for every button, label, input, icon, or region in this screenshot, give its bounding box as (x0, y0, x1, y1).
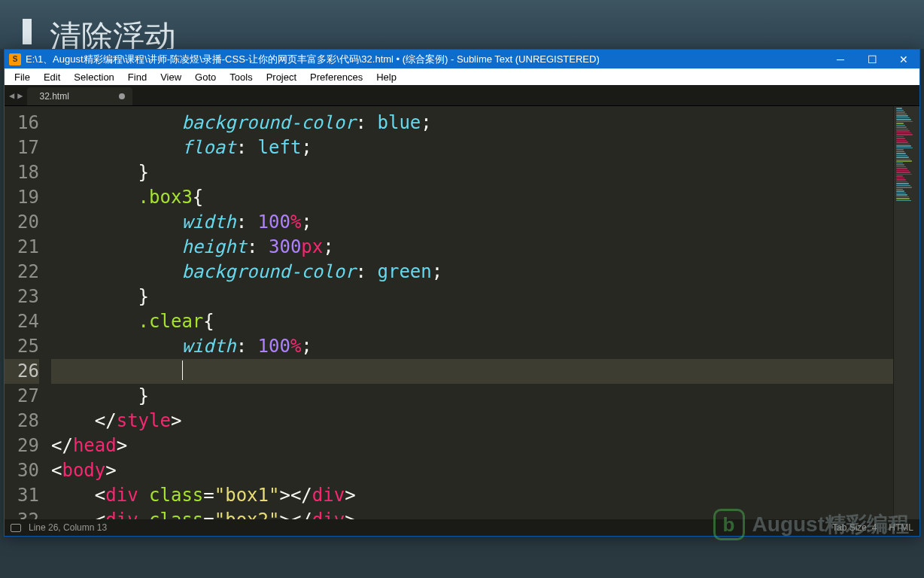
arrow-right-icon[interactable]: ▶ (17, 90, 23, 101)
code-line[interactable]: .box3{ (51, 185, 893, 210)
window-title: E:\1、August精彩编程\课程\讲师-陈凌煜\录播-CSS-让你的网页丰富… (26, 53, 825, 66)
code-line[interactable]: height: 300px; (51, 235, 893, 260)
watermark-logo-icon: b (713, 509, 745, 540)
code-line[interactable]: } (51, 384, 893, 409)
line-number: 19 (5, 185, 39, 210)
line-number: 29 (5, 434, 39, 458)
menu-view[interactable]: View (153, 70, 188, 84)
unsaved-indicator-icon (119, 93, 125, 99)
code-line[interactable]: } (51, 160, 893, 185)
app-icon: S (9, 53, 21, 65)
tab-label: 32.html (39, 91, 68, 102)
line-number: 16 (5, 111, 39, 135)
menu-find[interactable]: Find (121, 70, 153, 84)
background-slide-title: 清除浮动 (0, 0, 924, 49)
code-line[interactable]: background-color: green; (51, 260, 893, 284)
sublime-text-window: S E:\1、August精彩编程\课程\讲师-陈凌煜\录播-CSS-让你的网页… (4, 49, 920, 537)
minimize-button[interactable]: ─ (825, 50, 856, 68)
tab-bar: ◀ ▶ 32.html (5, 85, 919, 106)
code-line[interactable]: width: 100%; (51, 210, 893, 235)
line-number: 28 (5, 409, 39, 434)
window-controls: ─ ☐ ✕ (825, 50, 919, 68)
slide-title-text: 清除浮动 (50, 19, 176, 49)
code-line[interactable]: background-color: blue; (51, 111, 893, 135)
code-line[interactable]: } (51, 284, 893, 309)
menu-preferences[interactable]: Preferences (303, 70, 369, 84)
code-line[interactable]: </style> (51, 409, 893, 434)
window-titlebar[interactable]: S E:\1、August精彩编程\课程\讲师-陈凌煜\录播-CSS-让你的网页… (5, 50, 919, 68)
code-line[interactable]: </head> (51, 434, 893, 458)
line-number: 22 (5, 260, 39, 284)
line-number: 26 (5, 359, 39, 384)
editor-area[interactable]: 1617181920212223242526272829303132 backg… (5, 106, 919, 519)
menu-tools[interactable]: Tools (223, 70, 259, 84)
close-button[interactable]: ✕ (888, 50, 919, 68)
line-number: 23 (5, 284, 39, 309)
menu-file[interactable]: File (8, 70, 37, 84)
minimap[interactable] (893, 106, 919, 519)
line-number: 25 (5, 334, 39, 359)
menu-project[interactable]: Project (260, 70, 303, 84)
menu-goto[interactable]: Goto (188, 70, 223, 84)
minimap-content (896, 108, 917, 202)
line-number: 24 (5, 309, 39, 334)
line-number: 31 (5, 483, 39, 508)
menu-bar: FileEditSelectionFindViewGotoToolsProjec… (5, 68, 919, 85)
line-number-gutter: 1617181920212223242526272829303132 (5, 106, 51, 519)
line-number: 21 (5, 235, 39, 260)
line-number: 27 (5, 384, 39, 409)
menu-edit[interactable]: Edit (37, 70, 67, 84)
code-line[interactable]: <body> (51, 458, 893, 483)
line-number: 30 (5, 458, 39, 483)
code-line[interactable]: <div class="box1"></div> (51, 483, 893, 508)
watermark: b August精彩编程 (713, 509, 909, 540)
code-line[interactable]: width: 100%; (51, 334, 893, 359)
code-line[interactable]: float: left; (51, 135, 893, 160)
code-content[interactable]: background-color: blue; float: left; } .… (51, 106, 893, 519)
panel-switcher-icon[interactable] (11, 524, 21, 532)
line-number: 17 (5, 135, 39, 160)
arrow-left-icon[interactable]: ◀ (9, 90, 14, 101)
line-number: 18 (5, 160, 39, 185)
tab-nav-arrows[interactable]: ◀ ▶ (5, 85, 27, 105)
code-line[interactable] (51, 359, 893, 384)
status-position[interactable]: Line 26, Column 13 (29, 522, 832, 533)
file-tab[interactable]: 32.html (27, 87, 132, 105)
line-number: 32 (5, 508, 39, 519)
text-cursor (182, 360, 183, 380)
maximize-button[interactable]: ☐ (856, 50, 888, 68)
menu-help[interactable]: Help (369, 70, 403, 84)
watermark-text: August精彩编程 (752, 510, 909, 539)
code-line[interactable]: .clear{ (51, 309, 893, 334)
menu-selection[interactable]: Selection (67, 70, 120, 84)
line-number: 20 (5, 210, 39, 235)
